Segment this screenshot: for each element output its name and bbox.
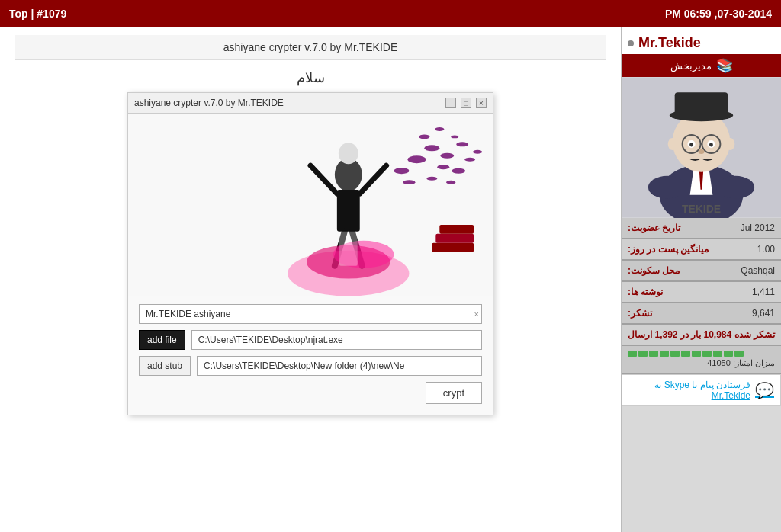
name-input-wrapper: × [139,304,482,324]
location-label: محل سکونت: [628,265,680,276]
post-greeting: سلام [15,60,606,92]
badge-label: مدیربخش [670,60,712,72]
minimize-button[interactable]: – [445,98,456,108]
name-input[interactable] [139,304,482,324]
svg-point-45 [699,149,705,154]
join-date-value: Jul 2012 [741,223,775,233]
svg-point-9 [424,145,439,151]
avg-posts-label: میانگین پست در روز: [628,244,709,255]
sidebar: Mr.Tekide 📚 مدیربخش [621,27,781,532]
top-bar-left: Top | #1079 [9,8,66,20]
thanks-row: 9,641 تشکر: [622,303,781,325]
svg-point-17 [419,134,429,139]
name-clear-button[interactable]: × [474,309,479,319]
post-title: ashiyane crypter v.7.0 by Mr.TEKIDE [223,41,398,53]
svg-point-21 [426,177,437,181]
svg-point-48 [648,176,686,199]
rep-dots [628,351,775,357]
top-bar-right: PM 06:59 ,07-30-2014 [665,8,772,20]
svg-point-49 [716,176,754,199]
rep-score: میزان امتیاز: 41050 [628,358,775,368]
svg-point-43 [689,143,693,147]
skype-button[interactable]: 💬 فرستادن پیام با Skype به Mr.Tekide [622,374,781,406]
top-bar: Top | #1079 PM 06:59 ,07-30-2014 [0,0,781,27]
crypt-row: crypt [139,382,482,404]
window-title: ashiyane crypter v.7.0 by Mr.TEKIDE [134,98,284,108]
crypt-button[interactable]: crypt [426,382,482,404]
rep-dot-6 [681,351,690,357]
skype-icon: 💬 [755,381,774,399]
avg-posts-row: 1.00 میانگین پست در روز: [622,239,781,261]
window-controls: – □ × [445,98,487,108]
svg-rect-28 [439,225,474,234]
svg-point-12 [394,168,410,174]
window-body: × add file add stub cry [128,114,493,415]
svg-text:TEKIDE: TEKIDE [682,203,721,215]
rep-dot-3 [649,351,658,357]
svg-point-2 [339,143,358,164]
post-title-bar: ashiyane crypter v.7.0 by Mr.TEKIDE [15,35,606,60]
rep-dot-8 [702,351,712,357]
svg-rect-29 [339,232,358,266]
svg-rect-27 [435,234,474,243]
svg-rect-26 [432,243,474,252]
svg-point-16 [473,150,482,154]
window-titlebar: ashiyane crypter v.7.0 by Mr.TEKIDE – □ … [128,93,493,114]
thanks-received-label: تشکر شده 10,984 بار در 1,392 ارسال [628,329,775,340]
rep-dot-4 [660,351,669,357]
rep-dot-11 [734,351,744,357]
svg-point-22 [446,181,455,184]
rep-bar: میزان امتیاز: 41050 [622,346,781,374]
close-button[interactable]: × [476,98,487,108]
sidebar-username-area: Mr.Tekide [622,27,781,54]
add-stub-button[interactable]: add stub [139,356,191,376]
svg-point-47 [725,138,734,150]
username-link[interactable]: Mr.Tekide [638,35,701,51]
svg-point-20 [403,180,415,184]
rep-dot-1 [628,351,637,357]
svg-point-14 [464,158,475,162]
thanks-label: تشکر: [628,308,652,319]
user-online-dot [628,40,634,46]
add-stub-row: add stub [139,356,482,376]
location-row: Qashqai محل سکونت: [622,261,781,282]
svg-point-10 [440,153,454,159]
main-layout: ashiyane crypter v.7.0 by Mr.TEKIDE سلام… [0,27,781,532]
maximize-button[interactable]: □ [461,98,471,108]
avatar-svg: TEKIDE [622,77,781,218]
avg-posts-value: 1.00 [757,244,775,255]
artwork-svg [128,114,493,296]
name-row: × [139,304,482,324]
skype-label: فرستادن پیام با Skype به Mr.Tekide [628,380,750,401]
stub-path-input[interactable] [197,356,482,376]
svg-point-18 [435,127,444,131]
user-badge: 📚 مدیربخش [622,54,781,77]
window-form: × add file add stub cry [128,296,493,415]
posts-row: 1,411 نوشته ها: [622,282,781,303]
add-file-button[interactable]: add file [139,330,185,350]
rep-dot-5 [670,351,680,357]
add-file-row: add file [139,330,482,350]
thanks-received-row: تشکر شده 10,984 بار در 1,392 ارسال [622,325,781,346]
file-path-input[interactable] [191,330,482,350]
svg-point-8 [407,155,426,163]
svg-point-19 [451,135,458,138]
join-date-row: Jul 2012 تاریخ عضویت: [622,218,781,239]
user-info-table: Jul 2012 تاریخ عضویت: 1.00 میانگین پست د… [622,218,781,346]
thanks-value: 9,641 [752,308,775,319]
svg-point-15 [452,168,465,174]
svg-point-11 [456,142,468,146]
location-value: Qashqai [741,265,775,276]
posts-label: نوشته ها: [628,287,663,297]
rep-dot-7 [692,351,701,357]
user-avatar: TEKIDE [622,77,781,218]
svg-point-13 [437,165,449,169]
svg-point-44 [709,143,713,147]
rep-dot-9 [713,351,722,357]
svg-rect-3 [337,190,360,232]
svg-point-46 [668,138,677,150]
svg-rect-37 [675,92,728,117]
center-area: ashiyane crypter v.7.0 by Mr.TEKIDE سلام… [0,27,621,532]
rep-dot-2 [638,351,648,357]
app-window: ashiyane crypter v.7.0 by Mr.TEKIDE – □ … [127,92,493,415]
